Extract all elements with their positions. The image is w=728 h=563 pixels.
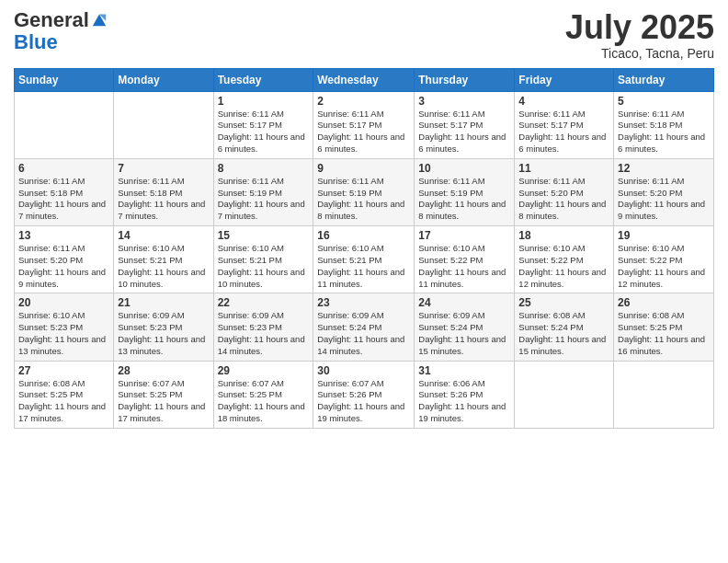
day-info: Sunrise: 6:10 AMSunset: 5:21 PMDaylight:… bbox=[118, 243, 209, 290]
day-number: 19 bbox=[618, 229, 710, 242]
day-number: 17 bbox=[418, 229, 510, 242]
day-cell bbox=[515, 361, 614, 428]
day-number: 29 bbox=[218, 364, 310, 377]
week-row-3: 13Sunrise: 6:11 AMSunset: 5:20 PMDayligh… bbox=[15, 226, 714, 293]
day-number: 21 bbox=[118, 296, 209, 309]
day-cell: 6Sunrise: 6:11 AMSunset: 5:18 PMDaylight… bbox=[15, 158, 114, 225]
day-info: Sunrise: 6:08 AMSunset: 5:25 PMDaylight:… bbox=[618, 310, 710, 357]
day-info: Sunrise: 6:07 AMSunset: 5:26 PMDaylight:… bbox=[317, 378, 410, 425]
logo-blue: Blue bbox=[14, 31, 108, 53]
day-number: 24 bbox=[418, 296, 510, 309]
day-cell: 18Sunrise: 6:10 AMSunset: 5:22 PMDayligh… bbox=[515, 226, 614, 293]
day-cell: 8Sunrise: 6:11 AMSunset: 5:19 PMDaylight… bbox=[213, 158, 313, 225]
day-cell: 15Sunrise: 6:10 AMSunset: 5:21 PMDayligh… bbox=[213, 226, 313, 293]
day-info: Sunrise: 6:11 AMSunset: 5:17 PMDaylight:… bbox=[218, 109, 310, 155]
day-cell: 25Sunrise: 6:08 AMSunset: 5:24 PMDayligh… bbox=[515, 293, 614, 361]
day-cell: 31Sunrise: 6:06 AMSunset: 5:26 PMDayligh… bbox=[415, 361, 515, 428]
day-cell: 27Sunrise: 6:08 AMSunset: 5:25 PMDayligh… bbox=[15, 361, 114, 428]
day-info: Sunrise: 6:10 AMSunset: 5:22 PMDaylight:… bbox=[418, 243, 510, 290]
calendar-table: SundayMondayTuesdayWednesdayThursdayFrid… bbox=[14, 68, 714, 429]
day-info: Sunrise: 6:11 AMSunset: 5:17 PMDaylight:… bbox=[518, 109, 609, 155]
week-row-2: 6Sunrise: 6:11 AMSunset: 5:18 PMDaylight… bbox=[15, 158, 714, 225]
day-number: 30 bbox=[317, 364, 410, 377]
day-cell: 2Sunrise: 6:11 AMSunset: 5:17 PMDaylight… bbox=[313, 91, 415, 158]
header-cell-thursday: Thursday bbox=[415, 68, 515, 91]
calendar-page: General Blue July 2025 Ticaco, Tacna, Pe… bbox=[0, 0, 728, 563]
day-info: Sunrise: 6:08 AMSunset: 5:25 PMDaylight:… bbox=[18, 378, 109, 425]
header-cell-tuesday: Tuesday bbox=[213, 68, 313, 91]
day-cell: 9Sunrise: 6:11 AMSunset: 5:19 PMDaylight… bbox=[313, 158, 415, 225]
day-number: 2 bbox=[317, 95, 410, 108]
day-cell bbox=[15, 91, 114, 158]
day-info: Sunrise: 6:07 AMSunset: 5:25 PMDaylight:… bbox=[118, 378, 209, 425]
day-info: Sunrise: 6:11 AMSunset: 5:20 PMDaylight:… bbox=[618, 176, 710, 223]
day-cell: 1Sunrise: 6:11 AMSunset: 5:17 PMDaylight… bbox=[213, 91, 313, 158]
header: General Blue July 2025 Ticaco, Tacna, Pe… bbox=[14, 9, 714, 61]
day-cell: 23Sunrise: 6:09 AMSunset: 5:24 PMDayligh… bbox=[313, 293, 415, 361]
day-info: Sunrise: 6:11 AMSunset: 5:19 PMDaylight:… bbox=[418, 176, 510, 223]
day-info: Sunrise: 6:09 AMSunset: 5:24 PMDaylight:… bbox=[418, 310, 510, 357]
day-info: Sunrise: 6:10 AMSunset: 5:23 PMDaylight:… bbox=[18, 310, 109, 357]
day-number: 6 bbox=[18, 162, 109, 175]
logo-icon bbox=[91, 11, 108, 28]
day-info: Sunrise: 6:11 AMSunset: 5:20 PMDaylight:… bbox=[518, 176, 609, 223]
day-cell: 20Sunrise: 6:10 AMSunset: 5:23 PMDayligh… bbox=[15, 293, 114, 361]
day-info: Sunrise: 6:10 AMSunset: 5:22 PMDaylight:… bbox=[618, 243, 710, 290]
day-cell: 29Sunrise: 6:07 AMSunset: 5:25 PMDayligh… bbox=[213, 361, 313, 428]
day-cell: 24Sunrise: 6:09 AMSunset: 5:24 PMDayligh… bbox=[415, 293, 515, 361]
header-cell-saturday: Saturday bbox=[614, 68, 714, 91]
day-number: 9 bbox=[317, 162, 410, 175]
week-row-5: 27Sunrise: 6:08 AMSunset: 5:25 PMDayligh… bbox=[15, 361, 714, 428]
day-number: 22 bbox=[218, 296, 310, 309]
day-number: 31 bbox=[418, 364, 510, 377]
day-info: Sunrise: 6:11 AMSunset: 5:17 PMDaylight:… bbox=[317, 109, 410, 155]
day-number: 13 bbox=[18, 229, 109, 242]
day-cell: 14Sunrise: 6:10 AMSunset: 5:21 PMDayligh… bbox=[114, 226, 213, 293]
header-cell-monday: Monday bbox=[114, 68, 213, 91]
day-info: Sunrise: 6:09 AMSunset: 5:23 PMDaylight:… bbox=[118, 310, 209, 357]
day-info: Sunrise: 6:10 AMSunset: 5:22 PMDaylight:… bbox=[518, 243, 609, 290]
location: Ticaco, Tacna, Peru bbox=[565, 46, 714, 61]
header-cell-sunday: Sunday bbox=[15, 68, 114, 91]
day-number: 14 bbox=[118, 229, 209, 242]
day-cell: 7Sunrise: 6:11 AMSunset: 5:18 PMDaylight… bbox=[114, 158, 213, 225]
day-cell: 19Sunrise: 6:10 AMSunset: 5:22 PMDayligh… bbox=[614, 226, 714, 293]
day-cell: 28Sunrise: 6:07 AMSunset: 5:25 PMDayligh… bbox=[114, 361, 213, 428]
day-number: 16 bbox=[317, 229, 410, 242]
day-cell: 12Sunrise: 6:11 AMSunset: 5:20 PMDayligh… bbox=[614, 158, 714, 225]
day-info: Sunrise: 6:10 AMSunset: 5:21 PMDaylight:… bbox=[317, 243, 410, 290]
day-number: 4 bbox=[518, 95, 609, 108]
day-cell bbox=[614, 361, 714, 428]
day-cell: 26Sunrise: 6:08 AMSunset: 5:25 PMDayligh… bbox=[614, 293, 714, 361]
day-cell: 3Sunrise: 6:11 AMSunset: 5:17 PMDaylight… bbox=[415, 91, 515, 158]
day-cell: 22Sunrise: 6:09 AMSunset: 5:23 PMDayligh… bbox=[213, 293, 313, 361]
day-number: 27 bbox=[18, 364, 109, 377]
day-cell: 4Sunrise: 6:11 AMSunset: 5:17 PMDaylight… bbox=[515, 91, 614, 158]
day-info: Sunrise: 6:11 AMSunset: 5:18 PMDaylight:… bbox=[618, 109, 710, 155]
day-info: Sunrise: 6:11 AMSunset: 5:20 PMDaylight:… bbox=[18, 243, 109, 290]
day-cell: 17Sunrise: 6:10 AMSunset: 5:22 PMDayligh… bbox=[415, 226, 515, 293]
day-number: 18 bbox=[518, 229, 609, 242]
day-cell: 21Sunrise: 6:09 AMSunset: 5:23 PMDayligh… bbox=[114, 293, 213, 361]
day-cell bbox=[114, 91, 213, 158]
day-info: Sunrise: 6:11 AMSunset: 5:19 PMDaylight:… bbox=[317, 176, 410, 223]
day-number: 3 bbox=[418, 95, 510, 108]
day-info: Sunrise: 6:09 AMSunset: 5:24 PMDaylight:… bbox=[317, 310, 410, 357]
day-cell: 5Sunrise: 6:11 AMSunset: 5:18 PMDaylight… bbox=[614, 91, 714, 158]
day-info: Sunrise: 6:10 AMSunset: 5:21 PMDaylight:… bbox=[218, 243, 310, 290]
day-info: Sunrise: 6:09 AMSunset: 5:23 PMDaylight:… bbox=[218, 310, 310, 357]
day-number: 15 bbox=[218, 229, 310, 242]
day-info: Sunrise: 6:11 AMSunset: 5:18 PMDaylight:… bbox=[118, 176, 209, 223]
day-cell: 11Sunrise: 6:11 AMSunset: 5:20 PMDayligh… bbox=[515, 158, 614, 225]
day-number: 28 bbox=[118, 364, 209, 377]
day-info: Sunrise: 6:11 AMSunset: 5:19 PMDaylight:… bbox=[218, 176, 310, 223]
day-number: 23 bbox=[317, 296, 410, 309]
day-number: 10 bbox=[418, 162, 510, 175]
header-cell-wednesday: Wednesday bbox=[313, 68, 415, 91]
day-number: 12 bbox=[618, 162, 710, 175]
day-cell: 30Sunrise: 6:07 AMSunset: 5:26 PMDayligh… bbox=[313, 361, 415, 428]
day-number: 5 bbox=[618, 95, 710, 108]
day-number: 25 bbox=[518, 296, 609, 309]
header-row: SundayMondayTuesdayWednesdayThursdayFrid… bbox=[15, 68, 714, 91]
day-cell: 16Sunrise: 6:10 AMSunset: 5:21 PMDayligh… bbox=[313, 226, 415, 293]
